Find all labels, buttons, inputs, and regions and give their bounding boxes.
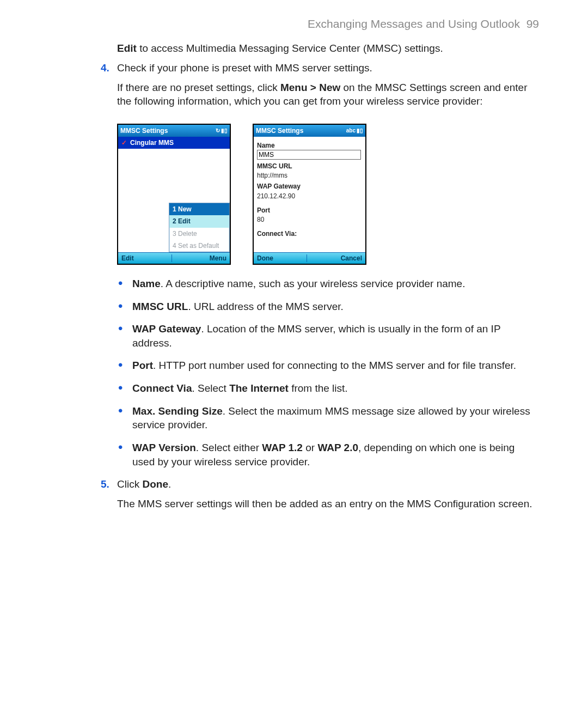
bullet-conn-t1: . Select <box>192 382 229 394</box>
port-label: Port <box>257 206 362 215</box>
bullet-port-text: . HTTP port number used for connecting t… <box>153 360 516 371</box>
bullet-url-text: . URL address of the MMS server. <box>188 301 343 312</box>
bullet-url-bold: MMSC URL <box>132 301 188 312</box>
bullet-port-bold: Port <box>132 360 153 371</box>
port-value[interactable]: 80 <box>257 215 362 224</box>
step-5-line-2: The MMS server settings will then be add… <box>117 497 539 511</box>
context-menu: 1 New 2 Edit 3 Delete 4 Set as Default <box>169 203 230 252</box>
bullet-ver-t2: WAP 1.2 <box>262 442 303 453</box>
step-4-number: 4. <box>101 61 117 114</box>
softkey-edit[interactable]: Edit <box>121 254 134 263</box>
bullet-mmsc-url: MMSC URL. URL address of the MMS server. <box>117 300 539 314</box>
bullet-ver-bold: WAP Version <box>132 442 196 453</box>
bullet-ver-t4: WAP 2.0 <box>317 442 358 453</box>
signal-icon: ▮▯ <box>221 127 228 135</box>
phone-right-titlebar: MMSC Settings abc ▮▯ <box>254 125 365 137</box>
step-5-number: 5. <box>101 477 117 516</box>
intro-paragraph: Edit to access Multimedia Messaging Serv… <box>117 41 539 56</box>
bullet-port: Port. HTTP port number used for connecti… <box>117 359 539 373</box>
name-input[interactable] <box>257 150 361 160</box>
header-page: 99 <box>526 17 539 30</box>
bullet-conn-t2: The Internet <box>229 382 289 394</box>
input-mode-indicator: abc <box>346 127 356 135</box>
field-description-list: Name. A descriptive name, such as your w… <box>49 277 539 469</box>
step-4-line-2a: If there are no preset settings, click <box>117 82 280 93</box>
bullet-conn-t3: from the list. <box>289 382 348 394</box>
phone-right-body: Name MMSC URL http://mms WAP Gateway 210… <box>254 137 365 252</box>
sync-icon: ↻ <box>216 127 220 135</box>
menu-item-set-default[interactable]: 4 Set as Default <box>169 240 229 252</box>
edit-bold: Edit <box>117 42 137 54</box>
mmsc-url-value[interactable]: http://mms <box>257 171 362 180</box>
connect-via-label: Connect Via: <box>257 229 362 238</box>
softbar-divider <box>307 254 307 262</box>
phone-right-softbar: Done Cancel <box>254 252 365 264</box>
softbar-divider <box>171 254 172 262</box>
bullet-wap-gateway: WAP Gateway. Location of the MMS server,… <box>117 322 539 350</box>
step-5: 5. Click Done. The MMS server settings w… <box>49 477 539 516</box>
step-5-line-1: Click Done. <box>117 477 539 491</box>
phone-left-status-icons: ↻ ▮▯ <box>216 127 228 135</box>
menu-item-delete[interactable]: 3 Delete <box>169 228 229 240</box>
bullet-name-text: . A descriptive name, such as your wirel… <box>161 278 465 289</box>
phone-right-title: MMSC Settings <box>256 126 303 135</box>
phone-right: MMSC Settings abc ▮▯ Name MMSC URL http:… <box>253 124 366 265</box>
signal-icon: ▮▯ <box>357 127 363 135</box>
bullet-connect-via: Connect Via. Select The Internet from th… <box>117 381 539 396</box>
wap-gateway-value[interactable]: 210.12.42.90 <box>257 192 362 201</box>
wap-gateway-label: WAP Gateway <box>257 182 362 191</box>
phone-left-softbar: Edit Menu <box>118 252 230 264</box>
bullet-name-bold: Name <box>132 278 161 289</box>
softkey-cancel[interactable]: Cancel <box>341 254 362 263</box>
mmsc-form: Name MMSC URL http://mms WAP Gateway 210… <box>254 137 365 239</box>
page-header: Exchanging Messages and Using Outlook 99 <box>49 16 539 32</box>
screenshot-row: MMSC Settings ↻ ▮▯ ✓ Cingular MMS 1 New … <box>117 124 539 265</box>
intro-rest: to access Multimedia Messaging Service C… <box>137 42 443 54</box>
menu-item-new[interactable]: 1 New <box>169 203 229 215</box>
softkey-done[interactable]: Done <box>257 254 273 263</box>
phone-left-body: ✓ Cingular MMS 1 New 2 Edit 3 Delete 4 S… <box>118 137 230 252</box>
bullet-wap-version: WAP Version. Select either WAP 1.2 or WA… <box>117 441 539 469</box>
name-label: Name <box>257 141 362 150</box>
step-4-line-1: Check if your phone is preset with MMS s… <box>117 61 539 75</box>
softkey-menu[interactable]: Menu <box>210 254 226 263</box>
step-4-line-2: If there are no preset settings, click M… <box>117 81 539 108</box>
mmsc-url-label: MMSC URL <box>257 162 362 171</box>
bullet-name: Name. A descriptive name, such as your w… <box>117 277 539 291</box>
step-5-line-1-bold: Done <box>142 478 168 490</box>
bullet-max-bold: Max. Sending Size <box>132 405 223 417</box>
phone-left-titlebar: MMSC Settings ↻ ▮▯ <box>118 125 230 137</box>
header-title: Exchanging Messages and Using Outlook <box>308 17 520 30</box>
mmsc-list-item[interactable]: ✓ Cingular MMS <box>118 137 230 149</box>
bullet-ver-t1: . Select either <box>196 442 262 453</box>
step-4: 4. Check if your phone is preset with MM… <box>49 61 539 114</box>
phone-right-status-icons: abc ▮▯ <box>346 127 363 135</box>
step-5-line-1a: Click <box>117 478 142 490</box>
menu-item-edit[interactable]: 2 Edit <box>169 215 229 227</box>
phone-left: MMSC Settings ↻ ▮▯ ✓ Cingular MMS 1 New … <box>117 124 231 265</box>
check-icon: ✓ <box>121 138 127 147</box>
bullet-conn-bold: Connect Via <box>132 382 192 394</box>
phone-left-title: MMSC Settings <box>120 126 168 135</box>
step-5-line-1c: . <box>168 478 171 490</box>
bullet-max-sending-size: Max. Sending Size. Select the maximum MM… <box>117 404 539 432</box>
bullet-wap-bold: WAP Gateway <box>132 323 201 335</box>
step-4-line-2-bold: Menu > New <box>280 82 340 93</box>
mmsc-list-item-label: Cingular MMS <box>130 138 174 147</box>
bullet-ver-t3: or <box>303 442 317 453</box>
